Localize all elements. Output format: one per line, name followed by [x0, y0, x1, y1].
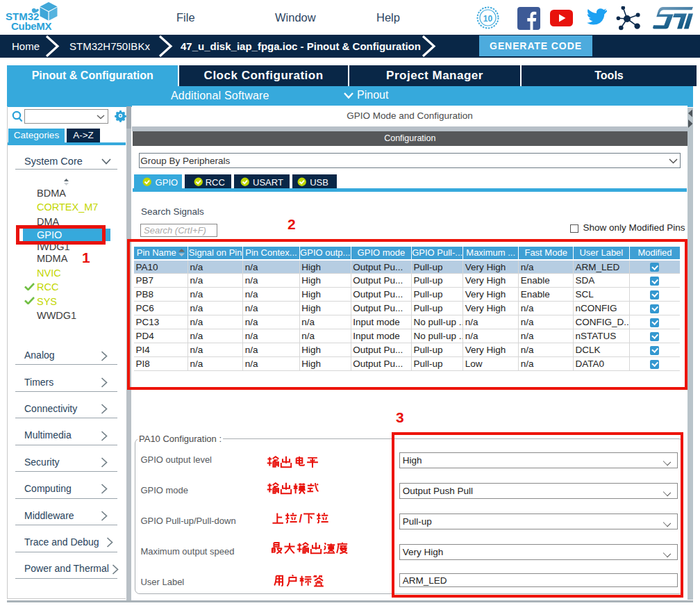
svg-text:10: 10 — [483, 14, 493, 24]
